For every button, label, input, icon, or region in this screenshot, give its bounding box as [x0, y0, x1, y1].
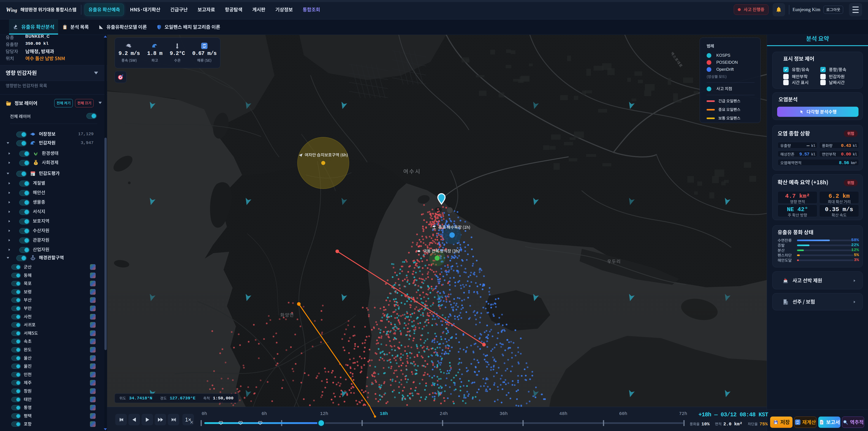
svg-text:ing: ing [11, 8, 17, 13]
